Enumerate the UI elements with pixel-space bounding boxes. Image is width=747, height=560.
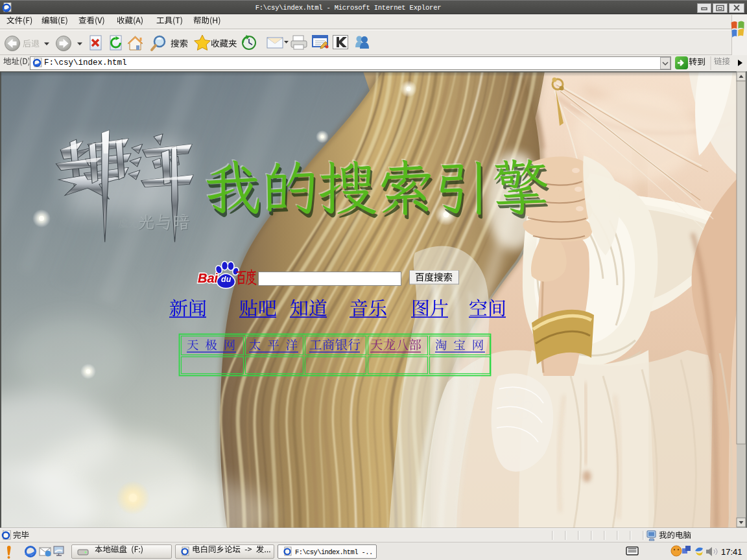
svg-text:Bai: Bai	[198, 271, 219, 285]
svg-text:du: du	[221, 275, 231, 284]
